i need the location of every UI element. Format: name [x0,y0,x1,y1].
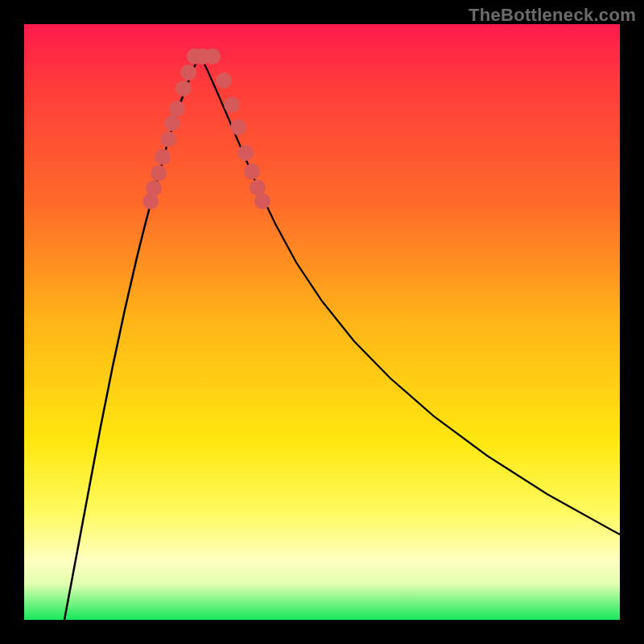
marker-dot [169,101,185,117]
right-curve [200,55,620,535]
marker-dot [237,145,254,161]
marker-dot [216,72,232,89]
marker-dot [180,64,196,80]
marker-dot [244,163,260,180]
marker-dot [146,180,162,196]
marker-dot [175,80,192,97]
marker-dot [230,119,246,135]
left-curve [64,55,200,620]
marker-dot [151,165,167,181]
marker-dot [224,97,240,113]
marker-group [142,48,270,209]
marker-dot [250,180,266,196]
marker-dot [164,115,180,131]
marker-dot [204,48,221,64]
marker-dot [254,193,270,209]
marker-dot [155,149,171,165]
chart-svg [0,0,644,644]
marker-dot [160,131,176,147]
